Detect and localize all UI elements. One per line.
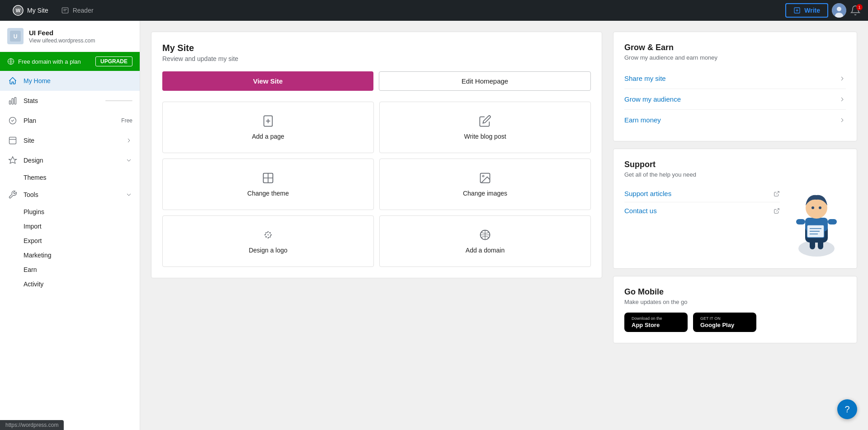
my-site-nav-btn[interactable]: W My Site — [7, 1, 54, 19]
main-content: My Site Review and update my site View S… — [140, 21, 868, 430]
tile-design-logo[interactable]: Design a logo — [162, 215, 374, 267]
svg-rect-18 — [14, 98, 16, 104]
topnav-right: Write 1 — [785, 3, 861, 18]
sidebar-item-my-home[interactable]: My Home — [0, 71, 140, 91]
action-tiles-grid: Add a page Write blog post — [162, 102, 591, 267]
plan-icon — [7, 115, 18, 126]
sidebar-item-design[interactable]: Design — [0, 150, 140, 170]
sidebar-item-plan[interactable]: Plan Free — [0, 111, 140, 131]
reader-tab[interactable]: Reader — [56, 3, 99, 18]
sidebar-item-stats[interactable]: Stats — [0, 91, 140, 111]
tile-change-images-label: Change images — [463, 190, 507, 197]
topnav-left: W My Site Reader — [7, 1, 99, 19]
share-my-site-label: Share my site — [624, 75, 666, 82]
user-avatar[interactable] — [832, 3, 846, 18]
support-panel: Support Get all of the help you need Sup… — [613, 149, 857, 269]
svg-rect-51 — [796, 219, 805, 224]
sidebar-item-stats-label: Stats — [24, 97, 100, 104]
stats-icon — [7, 95, 18, 106]
grow-my-audience-row[interactable]: Grow my audience — [624, 89, 846, 109]
grow-earn-subtitle: Grow my audience and earn money — [624, 54, 846, 61]
tile-add-page-label: Add a page — [252, 133, 284, 140]
tile-write-blog-post[interactable]: Write blog post — [379, 102, 591, 153]
upgrade-banner[interactable]: Free domain with a plan UPGRADE — [0, 52, 140, 71]
sidebar-item-site[interactable]: Site — [0, 131, 140, 150]
svg-rect-27 — [268, 173, 273, 178]
site-url: View uifeed.wordpress.com — [29, 37, 95, 44]
write-label: Write — [804, 7, 820, 14]
support-inner: Support articles Contact us — [624, 185, 846, 257]
write-blog-icon — [479, 115, 491, 127]
add-domain-icon — [479, 229, 491, 241]
tools-icon — [7, 189, 18, 200]
sidebar-nav: My Home Stats — [0, 71, 140, 291]
google-play-button[interactable]: GET IT ON Google Play — [693, 313, 756, 332]
sidebar-item-marketing[interactable]: Marketing — [0, 248, 140, 262]
domain-icon — [7, 58, 14, 65]
plan-badge: Free — [121, 117, 132, 124]
contact-us-label: Contact us — [624, 207, 657, 215]
view-site-button[interactable]: View Site — [162, 71, 373, 91]
write-button[interactable]: Write — [785, 3, 828, 18]
sidebar-item-themes[interactable]: Themes — [0, 170, 140, 185]
site-avatar-icon: U — [10, 31, 21, 42]
edit-homepage-button[interactable]: Edit Homepage — [379, 71, 591, 91]
status-url: https://wordpress.com — [5, 422, 58, 428]
upgrade-button[interactable]: UPGRADE — [95, 56, 132, 66]
earn-money-label: Earn money — [624, 116, 661, 124]
earn-money-row[interactable]: Earn money — [624, 109, 846, 130]
svg-rect-28 — [264, 178, 269, 183]
site-details: UI Feed View uifeed.wordpress.com — [29, 29, 95, 44]
app-store-button[interactable]: Download on the App Store — [624, 313, 688, 332]
svg-rect-29 — [268, 178, 273, 183]
sidebar-item-site-label: Site — [24, 137, 120, 144]
svg-rect-17 — [12, 98, 13, 104]
tools-chevron-down — [125, 191, 132, 198]
google-play-name: Google Play — [700, 322, 734, 328]
svg-point-31 — [482, 175, 484, 177]
tile-change-theme-label: Change theme — [247, 190, 289, 197]
svg-rect-26 — [264, 173, 269, 178]
sidebar-item-export[interactable]: Export — [0, 234, 140, 248]
topnav: W My Site Reader Write — [0, 0, 868, 21]
external-link-icon-2 — [774, 208, 780, 214]
tile-change-theme[interactable]: Change theme — [162, 159, 374, 210]
svg-point-55 — [819, 206, 821, 209]
app-store-name: App Store — [632, 322, 660, 328]
grow-my-audience-chevron — [839, 96, 846, 103]
support-illustration — [787, 185, 846, 257]
tile-design-logo-label: Design a logo — [249, 247, 288, 254]
add-page-icon — [262, 115, 274, 127]
my-site-card-title: My Site — [162, 43, 591, 53]
my-site-card: My Site Review and update my site View S… — [151, 32, 602, 278]
sidebar-item-plugins[interactable]: Plugins — [0, 205, 140, 219]
sidebar-item-tools-label: Tools — [24, 191, 120, 198]
tile-add-domain[interactable]: Add a domain — [379, 215, 591, 267]
sidebar-item-import[interactable]: Import — [0, 219, 140, 234]
tile-add-page[interactable]: Add a page — [162, 102, 374, 153]
notifications-button[interactable]: 1 — [850, 5, 861, 16]
sidebar-item-design-label: Design — [24, 157, 120, 164]
google-play-small-label: GET IT ON — [700, 316, 721, 321]
home-icon — [7, 75, 18, 86]
help-fab-button[interactable]: ? — [837, 399, 857, 419]
grow-my-audience-label: Grow my audience — [624, 95, 681, 103]
svg-rect-20 — [9, 137, 16, 144]
sidebar-item-plan-label: Plan — [24, 117, 116, 124]
contact-us-row[interactable]: Contact us — [624, 202, 780, 219]
support-subtitle: Get all of the help you need — [624, 171, 846, 178]
store-buttons: Download on the App Store GET IT ON Goog… — [624, 313, 846, 332]
support-links: Support articles Contact us — [624, 185, 780, 219]
tile-change-images[interactable]: Change images — [379, 159, 591, 210]
svg-line-44 — [776, 191, 779, 194]
share-my-site-row[interactable]: Share my site — [624, 68, 846, 89]
share-my-site-chevron — [839, 75, 846, 82]
avatar-icon — [832, 3, 846, 18]
sidebar-item-activity[interactable]: Activity — [0, 277, 140, 291]
svg-rect-3 — [62, 8, 68, 13]
support-articles-row[interactable]: Support articles — [624, 185, 780, 202]
sidebar-item-earn[interactable]: Earn — [0, 262, 140, 277]
svg-point-37 — [265, 232, 266, 233]
svg-point-10 — [837, 7, 841, 11]
sidebar-item-tools[interactable]: Tools — [0, 185, 140, 205]
